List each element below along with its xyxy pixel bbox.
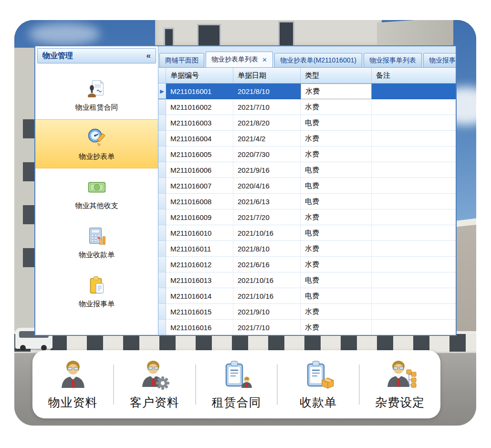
tab-1[interactable]: 商铺平面图 bbox=[159, 53, 204, 67]
cell-单据编号[interactable]: M211016012 bbox=[166, 257, 233, 272]
cell-备注[interactable] bbox=[372, 225, 456, 241]
cell-备注[interactable] bbox=[372, 146, 456, 162]
cell-单据日期[interactable]: 2021/8/20 bbox=[233, 115, 301, 131]
collapse-sidebar-button[interactable]: « bbox=[146, 51, 151, 61]
cell-备注[interactable] bbox=[372, 83, 456, 99]
tab-5[interactable]: 物业报事单(E21 bbox=[423, 53, 456, 67]
table-row[interactable]: M2110160082021/6/13电费 bbox=[158, 194, 456, 209]
cell-单据编号[interactable]: M211016001 bbox=[166, 83, 233, 99]
cell-单据日期[interactable]: 2021/8/10 bbox=[233, 241, 301, 257]
cell-备注[interactable] bbox=[372, 194, 456, 209]
cell-备注[interactable] bbox=[372, 209, 456, 225]
cell-单据日期[interactable]: 2021/10/16 bbox=[233, 272, 301, 288]
cell-备注[interactable] bbox=[372, 288, 456, 304]
column-header-4[interactable]: 备注 bbox=[372, 68, 456, 83]
sidebar-item-1[interactable]: 物业租赁合同 bbox=[35, 70, 158, 119]
cell-单据编号[interactable]: M211016014 bbox=[166, 288, 233, 304]
cell-单据编号[interactable]: M211016007 bbox=[166, 178, 233, 194]
cell-备注[interactable] bbox=[372, 257, 456, 272]
cell-备注[interactable] bbox=[372, 178, 456, 194]
table-row[interactable]: ▶M2110160012021/8/10水费 bbox=[158, 83, 456, 99]
cell-类型[interactable]: 电费 bbox=[301, 162, 372, 178]
cell-备注[interactable] bbox=[372, 272, 456, 288]
cell-类型[interactable]: 水费 bbox=[301, 146, 372, 162]
table-row[interactable]: M2110160062021/9/16电费 bbox=[158, 162, 456, 178]
cell-备注[interactable] bbox=[372, 320, 456, 335]
cell-备注[interactable] bbox=[372, 241, 456, 257]
cell-类型[interactable]: 水费 bbox=[301, 241, 372, 257]
cell-单据日期[interactable]: 2021/9/16 bbox=[233, 162, 301, 178]
cell-类型[interactable]: 水费 bbox=[301, 131, 372, 146]
cell-类型[interactable]: 水费 bbox=[301, 209, 372, 225]
cell-类型[interactable]: 水费 bbox=[301, 304, 372, 320]
cell-备注[interactable] bbox=[372, 304, 456, 320]
cell-单据编号[interactable]: M211016010 bbox=[166, 225, 233, 241]
cell-类型[interactable]: 电费 bbox=[301, 272, 372, 288]
cell-单据日期[interactable]: 2020/4/16 bbox=[233, 178, 301, 194]
tab-4[interactable]: 物业报事单列表 bbox=[364, 53, 422, 67]
table-row[interactable]: M2110160162021/7/10水费 bbox=[158, 320, 456, 335]
cell-类型[interactable]: 水费 bbox=[301, 257, 372, 272]
sidebar-item-2[interactable]: 物业抄表单 bbox=[35, 119, 158, 168]
cell-类型[interactable]: 电费 bbox=[301, 194, 372, 209]
cell-类型[interactable]: 水费 bbox=[301, 99, 372, 115]
cell-单据编号[interactable]: M211016013 bbox=[166, 272, 233, 288]
table-row[interactable]: M2110160042021/4/2水费 bbox=[158, 131, 456, 146]
table-row[interactable]: M2110160052020/7/30水费 bbox=[158, 146, 456, 162]
toolbar-item-5[interactable]: 杂费设定 bbox=[360, 350, 440, 418]
cell-备注[interactable] bbox=[372, 131, 456, 146]
toolbar-item-1[interactable]: 物业资料 bbox=[32, 350, 113, 418]
sidebar-item-3[interactable]: 物业其他收支 bbox=[35, 168, 158, 218]
cell-单据日期[interactable]: 2021/7/10 bbox=[233, 99, 301, 115]
table-row[interactable]: M2110160122021/6/16水费 bbox=[158, 257, 456, 272]
table-row[interactable]: M2110160142021/10/16电费 bbox=[158, 288, 456, 304]
cell-单据日期[interactable]: 2021/10/16 bbox=[233, 288, 301, 304]
cell-单据日期[interactable]: 2021/6/16 bbox=[233, 257, 301, 272]
cell-单据编号[interactable]: M211016006 bbox=[166, 162, 233, 178]
table-row[interactable]: M2110160132021/10/16电费 bbox=[158, 272, 456, 288]
cell-类型[interactable]: 水费 bbox=[301, 83, 372, 99]
cell-单据日期[interactable]: 2021/7/10 bbox=[233, 320, 301, 335]
toolbar-item-4[interactable]: 收款单 bbox=[278, 350, 358, 418]
close-tab-icon[interactable]: ✕ bbox=[262, 56, 267, 63]
cell-单据日期[interactable]: 2021/7/20 bbox=[233, 209, 301, 225]
cell-单据编号[interactable]: M211016016 bbox=[166, 320, 233, 335]
cell-单据编号[interactable]: M211016003 bbox=[166, 115, 233, 131]
table-row[interactable]: M2110160022021/7/10水费 bbox=[158, 99, 456, 115]
cell-单据编号[interactable]: M211016008 bbox=[166, 194, 233, 209]
column-header-2[interactable]: 单据日期 bbox=[233, 68, 301, 83]
cell-类型[interactable]: 电费 bbox=[301, 225, 372, 241]
tab-2[interactable]: 物业抄表单列表✕ bbox=[206, 52, 273, 67]
cell-单据日期[interactable]: 2021/9/10 bbox=[233, 304, 301, 320]
toolbar-item-2[interactable]: 客户资料 bbox=[114, 350, 195, 418]
column-header-3[interactable]: 类型 bbox=[301, 68, 372, 83]
toolbar-item-3[interactable]: 租赁合同 bbox=[196, 350, 277, 418]
table-row[interactable]: M2110160072020/4/16电费 bbox=[158, 178, 456, 194]
table-row[interactable]: M2110160112021/8/10水费 bbox=[158, 241, 456, 257]
cell-类型[interactable]: 水费 bbox=[301, 320, 372, 335]
cell-单据编号[interactable]: M211016009 bbox=[166, 209, 233, 225]
tab-3[interactable]: 物业抄表单(M211016001) bbox=[274, 53, 362, 67]
cell-单据日期[interactable]: 2021/8/10 bbox=[233, 83, 301, 99]
cell-单据编号[interactable]: M211016011 bbox=[166, 241, 233, 257]
table-row[interactable]: M2110160152021/9/10水费 bbox=[158, 304, 456, 320]
cell-单据编号[interactable]: M211016004 bbox=[166, 131, 233, 146]
table-row[interactable]: M2110160102021/10/16电费 bbox=[158, 225, 456, 241]
cell-类型[interactable]: 电费 bbox=[301, 288, 372, 304]
cell-类型[interactable]: 电费 bbox=[301, 115, 372, 131]
cell-单据编号[interactable]: M211016005 bbox=[166, 146, 233, 162]
cell-备注[interactable] bbox=[372, 162, 456, 178]
cell-单据编号[interactable]: M211016015 bbox=[166, 304, 233, 320]
cell-备注[interactable] bbox=[372, 99, 456, 115]
cell-单据日期[interactable]: 2021/10/16 bbox=[233, 225, 301, 241]
cell-单据编号[interactable]: M211016002 bbox=[166, 99, 233, 115]
table-row[interactable]: M2110160032021/8/20电费 bbox=[158, 115, 456, 131]
table-row[interactable]: M2110160092021/7/20水费 bbox=[158, 209, 456, 225]
cell-类型[interactable]: 电费 bbox=[301, 178, 372, 194]
cell-单据日期[interactable]: 2020/7/30 bbox=[233, 146, 301, 162]
sidebar-item-4[interactable]: 物业收款单 bbox=[35, 218, 158, 267]
column-header-1[interactable]: 单据编号 bbox=[166, 68, 233, 83]
cell-单据日期[interactable]: 2021/6/13 bbox=[233, 194, 301, 209]
sidebar-item-5[interactable]: 物业报事单 bbox=[35, 267, 158, 316]
cell-备注[interactable] bbox=[372, 115, 456, 131]
